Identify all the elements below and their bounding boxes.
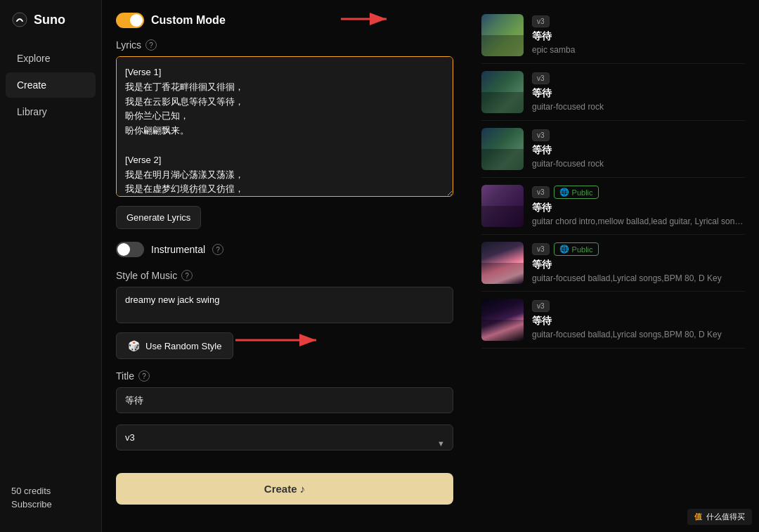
style-label: Style of Music ? <box>116 270 453 281</box>
arrow-custom-mode <box>341 8 397 30</box>
song-title: 等待 <box>532 259 745 271</box>
song-item[interactable]: v3🌐 Public等待guitar-focused ballad,Lyrica… <box>481 235 745 292</box>
song-item[interactable]: v3等待epic samba <box>481 7 745 64</box>
song-item[interactable]: v3🌐 Public等待guitar chord intro,mellow ba… <box>481 178 745 235</box>
main-content: Custom Mode Lyrics ? [Verse 1] 我是在丁香花畔徘徊… <box>102 0 759 532</box>
title-section: Title ? <box>116 370 453 413</box>
custom-mode-toggle[interactable] <box>116 13 144 28</box>
song-title: 等待 <box>532 30 745 43</box>
sidebar-nav: Explore Create Library <box>0 45 101 125</box>
song-title: 等待 <box>532 144 745 157</box>
version-badge: v3 <box>532 186 550 198</box>
song-info: v3等待guitar-focused rock <box>532 72 745 112</box>
version-select-wrapper: v3 v2 <box>116 424 453 462</box>
style-help-icon[interactable]: ? <box>181 270 193 281</box>
song-thumbnail <box>481 128 524 170</box>
public-badge: 🌐 Public <box>554 186 599 199</box>
version-badge: v3 <box>532 72 550 84</box>
song-thumbnail <box>481 242 524 284</box>
use-random-style-button[interactable]: 🎲 Use Random Style <box>116 332 233 359</box>
watermark: 值 什么值得买 <box>687 509 752 525</box>
song-thumbnail <box>481 71 524 113</box>
custom-mode-label: Custom Mode <box>151 14 226 27</box>
subscribe-link[interactable]: Subscribe <box>11 499 90 510</box>
song-info: v3等待guitar-focused rock <box>532 129 745 169</box>
song-style: guitar-focused rock <box>532 159 745 169</box>
lyrics-label: Lyrics ? <box>116 39 453 51</box>
lyrics-input[interactable]: [Verse 1] 我是在丁香花畔徘徊又徘徊， 我是在云影风息等待又等待， 盼你… <box>116 56 453 197</box>
song-style: guitar-focused ballad,Lyrical songs,BPM … <box>532 330 745 339</box>
song-info: v3等待guitar-focused ballad,Lyrical songs,… <box>532 300 745 339</box>
style-section: Style of Music ? dreamy new jack swing 🎲… <box>116 270 453 359</box>
credits-text: 50 credits <box>11 486 90 496</box>
instrumental-help-icon[interactable]: ? <box>212 244 223 255</box>
instrumental-toggle[interactable] <box>116 242 144 257</box>
song-info: v3🌐 Public等待guitar chord intro,mellow ba… <box>532 186 745 226</box>
song-title: 等待 <box>532 202 745 214</box>
version-badge: v3 <box>532 243 550 255</box>
song-thumbnail <box>481 299 524 341</box>
style-input[interactable]: dreamy new jack swing <box>116 287 453 323</box>
instrumental-row: Instrumental ? <box>116 242 453 257</box>
custom-mode-row: Custom Mode <box>116 0 453 39</box>
song-title: 等待 <box>532 315 745 327</box>
song-style: guitar chord intro,mellow ballad,lead gu… <box>532 216 745 226</box>
song-title: 等待 <box>532 87 745 100</box>
title-input[interactable] <box>116 387 453 413</box>
version-badge: v3 <box>532 300 550 312</box>
sidebar-item-library[interactable]: Library <box>6 99 96 124</box>
version-select[interactable]: v3 v2 <box>116 424 453 450</box>
sidebar-item-explore[interactable]: Explore <box>6 46 96 71</box>
song-item[interactable]: v3等待guitar-focused ballad,Lyrical songs,… <box>481 292 745 349</box>
public-badge: 🌐 Public <box>554 242 599 256</box>
song-thumbnail <box>481 185 524 227</box>
title-help-icon[interactable]: ? <box>138 370 150 382</box>
song-item[interactable]: v3等待guitar-focused rock <box>481 121 745 178</box>
title-label: Title ? <box>116 370 453 382</box>
sidebar-bottom: 50 credits Subscribe <box>0 486 101 521</box>
instrumental-label: Instrumental <box>151 244 205 255</box>
suno-logo-icon <box>11 11 28 28</box>
song-info: v3等待epic samba <box>532 15 745 55</box>
songs-panel: v3等待epic sambav3等待guitar-focused rockv3等… <box>467 0 759 532</box>
version-badge: v3 <box>532 129 550 141</box>
song-style: guitar-focused rock <box>532 102 745 112</box>
song-thumbnail <box>481 14 524 56</box>
lyrics-help-icon[interactable]: ? <box>145 39 157 51</box>
song-info: v3🌐 Public等待guitar-focused ballad,Lyrica… <box>532 242 745 283</box>
dice-icon: 🎲 <box>128 340 140 351</box>
sidebar-item-create[interactable]: Create <box>6 72 96 98</box>
logo: Suno <box>0 11 101 45</box>
sidebar: Suno Explore Create Library 50 credits S… <box>0 0 102 532</box>
song-style: guitar-focused ballad,Lyrical songs,BPM … <box>532 273 745 283</box>
create-button[interactable]: Create ♪ <box>116 473 453 505</box>
song-item[interactable]: v3等待guitar-focused rock <box>481 64 745 121</box>
version-badge: v3 <box>532 15 550 27</box>
song-style: epic samba <box>532 45 745 55</box>
arrow-random-style <box>235 331 327 349</box>
create-panel: Custom Mode Lyrics ? [Verse 1] 我是在丁香花畔徘徊… <box>102 0 467 532</box>
logo-text: Suno <box>34 13 65 27</box>
generate-lyrics-button[interactable]: Generate Lyrics <box>116 206 201 229</box>
song-list: v3等待epic sambav3等待guitar-focused rockv3等… <box>481 7 745 349</box>
